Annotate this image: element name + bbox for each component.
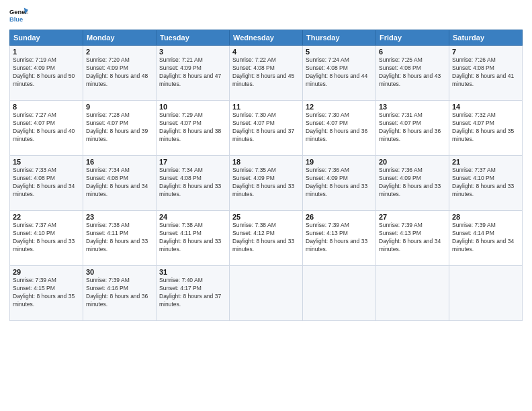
calendar-cell: 24Sunrise: 7:38 AMSunset: 4:11 PMDayligh… bbox=[157, 211, 230, 266]
day-number: 21 bbox=[452, 158, 519, 166]
day-number: 4 bbox=[232, 48, 300, 56]
calendar-cell: 29Sunrise: 7:39 AMSunset: 4:15 PMDayligh… bbox=[10, 266, 83, 321]
day-number: 25 bbox=[232, 213, 300, 221]
day-number: 26 bbox=[306, 213, 373, 221]
day-info: Sunrise: 7:39 AMSunset: 4:14 PMDaylight:… bbox=[452, 222, 519, 254]
day-number: 28 bbox=[452, 213, 519, 221]
day-info: Sunrise: 7:30 AMSunset: 4:07 PMDaylight:… bbox=[232, 111, 300, 144]
day-number: 30 bbox=[86, 268, 153, 276]
day-number: 20 bbox=[379, 158, 446, 166]
calendar-cell: 4Sunrise: 7:22 AMSunset: 4:08 PMDaylight… bbox=[230, 46, 303, 101]
day-info: Sunrise: 7:37 AMSunset: 4:10 PMDaylight:… bbox=[452, 167, 519, 199]
logo-icon: General Blue bbox=[9, 7, 28, 26]
day-number: 24 bbox=[159, 213, 226, 221]
day-number: 29 bbox=[13, 268, 80, 276]
day-number: 14 bbox=[452, 103, 519, 111]
day-info: Sunrise: 7:39 AMSunset: 4:16 PMDaylight:… bbox=[86, 277, 153, 309]
calendar-cell: 3Sunrise: 7:21 AMSunset: 4:09 PMDaylight… bbox=[157, 46, 230, 101]
day-number: 18 bbox=[232, 158, 300, 166]
calendar-cell: 7Sunrise: 7:26 AMSunset: 4:08 PMDaylight… bbox=[449, 46, 523, 101]
day-info: Sunrise: 7:20 AMSunset: 4:09 PMDaylight:… bbox=[86, 56, 153, 89]
calendar-week-1: 1Sunrise: 7:19 AMSunset: 4:09 PMDaylight… bbox=[10, 46, 523, 101]
calendar-cell bbox=[230, 266, 303, 321]
day-info: Sunrise: 7:38 AMSunset: 4:11 PMDaylight:… bbox=[159, 222, 226, 254]
day-number: 13 bbox=[379, 103, 446, 111]
day-number: 27 bbox=[379, 213, 446, 221]
day-info: Sunrise: 7:26 AMSunset: 4:08 PMDaylight:… bbox=[452, 56, 519, 89]
day-number: 6 bbox=[379, 48, 446, 56]
calendar-cell: 26Sunrise: 7:39 AMSunset: 4:13 PMDayligh… bbox=[303, 211, 376, 266]
day-info: Sunrise: 7:34 AMSunset: 4:08 PMDaylight:… bbox=[159, 167, 226, 199]
calendar-cell: 5Sunrise: 7:24 AMSunset: 4:08 PMDaylight… bbox=[303, 46, 376, 101]
day-number: 19 bbox=[306, 158, 373, 166]
calendar-cell: 1Sunrise: 7:19 AMSunset: 4:09 PMDaylight… bbox=[10, 46, 83, 101]
day-number: 10 bbox=[159, 103, 226, 111]
calendar-cell: 2Sunrise: 7:20 AMSunset: 4:09 PMDaylight… bbox=[83, 46, 157, 101]
day-info: Sunrise: 7:32 AMSunset: 4:07 PMDaylight:… bbox=[452, 111, 519, 144]
svg-text:Blue: Blue bbox=[9, 16, 23, 23]
day-number: 5 bbox=[306, 48, 373, 56]
calendar-week-2: 8Sunrise: 7:27 AMSunset: 4:07 PMDaylight… bbox=[10, 101, 523, 156]
day-info: Sunrise: 7:39 AMSunset: 4:13 PMDaylight:… bbox=[379, 222, 446, 254]
calendar-cell: 22Sunrise: 7:37 AMSunset: 4:10 PMDayligh… bbox=[10, 211, 83, 266]
col-header-monday: Monday bbox=[83, 30, 157, 46]
logo: General Blue bbox=[9, 7, 31, 26]
day-info: Sunrise: 7:33 AMSunset: 4:08 PMDaylight:… bbox=[13, 167, 80, 199]
day-number: 7 bbox=[452, 48, 519, 56]
day-info: Sunrise: 7:39 AMSunset: 4:13 PMDaylight:… bbox=[306, 222, 373, 254]
col-header-thursday: Thursday bbox=[303, 30, 376, 46]
day-info: Sunrise: 7:22 AMSunset: 4:08 PMDaylight:… bbox=[232, 56, 300, 89]
calendar-cell: 23Sunrise: 7:38 AMSunset: 4:11 PMDayligh… bbox=[83, 211, 157, 266]
calendar-cell: 17Sunrise: 7:34 AMSunset: 4:08 PMDayligh… bbox=[157, 156, 230, 211]
day-number: 3 bbox=[159, 48, 226, 56]
day-number: 8 bbox=[13, 103, 80, 111]
day-number: 16 bbox=[86, 158, 153, 166]
day-info: Sunrise: 7:21 AMSunset: 4:09 PMDaylight:… bbox=[159, 56, 226, 89]
day-info: Sunrise: 7:30 AMSunset: 4:07 PMDaylight:… bbox=[306, 111, 373, 144]
calendar-cell: 11Sunrise: 7:30 AMSunset: 4:07 PMDayligh… bbox=[230, 101, 303, 156]
calendar-cell: 9Sunrise: 7:28 AMSunset: 4:07 PMDaylight… bbox=[83, 101, 157, 156]
calendar-cell: 25Sunrise: 7:38 AMSunset: 4:12 PMDayligh… bbox=[230, 211, 303, 266]
day-info: Sunrise: 7:38 AMSunset: 4:12 PMDaylight:… bbox=[232, 222, 300, 254]
day-number: 31 bbox=[159, 268, 226, 276]
day-number: 1 bbox=[13, 48, 80, 56]
day-number: 23 bbox=[86, 213, 153, 221]
calendar-cell: 28Sunrise: 7:39 AMSunset: 4:14 PMDayligh… bbox=[449, 211, 523, 266]
day-info: Sunrise: 7:38 AMSunset: 4:11 PMDaylight:… bbox=[86, 222, 153, 254]
calendar-week-3: 15Sunrise: 7:33 AMSunset: 4:08 PMDayligh… bbox=[10, 156, 523, 211]
day-info: Sunrise: 7:35 AMSunset: 4:09 PMDaylight:… bbox=[232, 167, 300, 199]
day-number: 12 bbox=[306, 103, 373, 111]
col-header-sunday: Sunday bbox=[10, 30, 83, 46]
day-info: Sunrise: 7:36 AMSunset: 4:09 PMDaylight:… bbox=[306, 167, 373, 199]
calendar-cell: 31Sunrise: 7:40 AMSunset: 4:17 PMDayligh… bbox=[157, 266, 230, 321]
day-number: 2 bbox=[86, 48, 153, 56]
calendar-cell: 8Sunrise: 7:27 AMSunset: 4:07 PMDaylight… bbox=[10, 101, 83, 156]
page: General Blue SundayMondayTuesdayWednesda… bbox=[0, 0, 532, 411]
day-info: Sunrise: 7:27 AMSunset: 4:07 PMDaylight:… bbox=[13, 111, 80, 144]
col-header-saturday: Saturday bbox=[449, 30, 523, 46]
day-info: Sunrise: 7:25 AMSunset: 4:08 PMDaylight:… bbox=[379, 56, 446, 89]
calendar-week-4: 22Sunrise: 7:37 AMSunset: 4:10 PMDayligh… bbox=[10, 211, 523, 266]
day-number: 17 bbox=[159, 158, 226, 166]
day-info: Sunrise: 7:28 AMSunset: 4:07 PMDaylight:… bbox=[86, 111, 153, 144]
day-info: Sunrise: 7:24 AMSunset: 4:08 PMDaylight:… bbox=[306, 56, 373, 89]
calendar-cell: 16Sunrise: 7:34 AMSunset: 4:08 PMDayligh… bbox=[83, 156, 157, 211]
calendar-cell: 14Sunrise: 7:32 AMSunset: 4:07 PMDayligh… bbox=[449, 101, 523, 156]
day-info: Sunrise: 7:37 AMSunset: 4:10 PMDaylight:… bbox=[13, 222, 80, 254]
day-info: Sunrise: 7:29 AMSunset: 4:07 PMDaylight:… bbox=[159, 111, 226, 144]
calendar-cell: 20Sunrise: 7:36 AMSunset: 4:09 PMDayligh… bbox=[376, 156, 449, 211]
calendar-cell: 13Sunrise: 7:31 AMSunset: 4:07 PMDayligh… bbox=[376, 101, 449, 156]
calendar-cell: 30Sunrise: 7:39 AMSunset: 4:16 PMDayligh… bbox=[83, 266, 157, 321]
calendar-cell bbox=[376, 266, 449, 321]
calendar-cell: 12Sunrise: 7:30 AMSunset: 4:07 PMDayligh… bbox=[303, 101, 376, 156]
day-info: Sunrise: 7:19 AMSunset: 4:09 PMDaylight:… bbox=[13, 56, 80, 89]
calendar-header-row: SundayMondayTuesdayWednesdayThursdayFrid… bbox=[10, 30, 523, 46]
day-info: Sunrise: 7:34 AMSunset: 4:08 PMDaylight:… bbox=[86, 167, 153, 199]
calendar-cell: 21Sunrise: 7:37 AMSunset: 4:10 PMDayligh… bbox=[449, 156, 523, 211]
col-header-wednesday: Wednesday bbox=[230, 30, 303, 46]
calendar-cell: 10Sunrise: 7:29 AMSunset: 4:07 PMDayligh… bbox=[157, 101, 230, 156]
day-number: 15 bbox=[13, 158, 80, 166]
day-info: Sunrise: 7:40 AMSunset: 4:17 PMDaylight:… bbox=[159, 277, 226, 309]
header: General Blue bbox=[9, 7, 523, 26]
calendar-cell: 6Sunrise: 7:25 AMSunset: 4:08 PMDaylight… bbox=[376, 46, 449, 101]
